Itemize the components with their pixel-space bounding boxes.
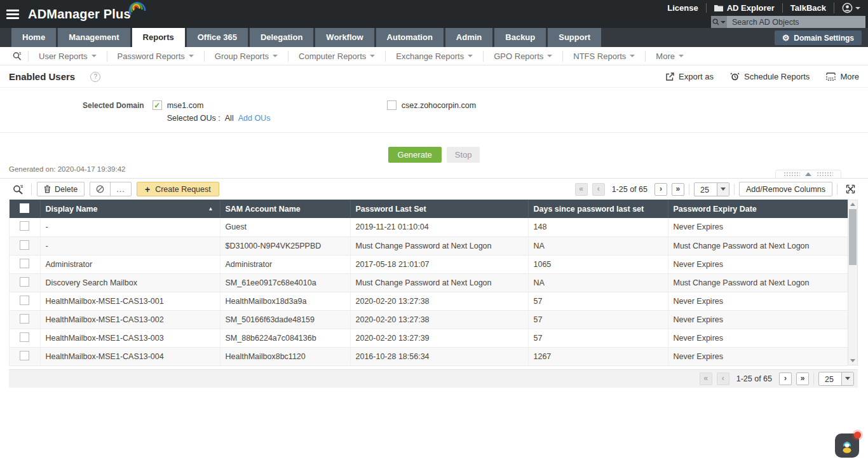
- domain-name-label: mse1.com: [167, 101, 204, 110]
- generate-button[interactable]: Generate: [388, 147, 442, 163]
- column-search-button[interactable]: [9, 184, 26, 194]
- scroll-up-icon[interactable]: [850, 200, 855, 208]
- tab-home[interactable]: Home: [11, 28, 56, 47]
- row-actions-group: ...: [90, 182, 132, 196]
- column-header-inner: Display Name▲: [46, 205, 215, 214]
- table-row: HealthMailbox-MSE1-CAS13-003SM_88b6224a7…: [10, 329, 848, 347]
- tab-admin[interactable]: Admin: [445, 28, 492, 47]
- topbar-link-talkback[interactable]: TalkBack: [782, 3, 834, 13]
- column-header-password-last-set[interactable]: Password Last Set: [350, 200, 528, 218]
- chevron-down-icon: [630, 55, 635, 57]
- support-avatar-icon: [839, 438, 855, 453]
- pager-first-button[interactable]: «: [700, 372, 712, 385]
- row-checkbox[interactable]: [20, 277, 29, 287]
- table-cell: 57: [528, 329, 668, 347]
- column-header-sam-account-name[interactable]: SAM Account Name: [220, 200, 350, 218]
- tab-workflow[interactable]: Workflow: [315, 28, 374, 47]
- more-button[interactable]: More: [826, 72, 859, 81]
- topbar-link-license[interactable]: License: [660, 3, 705, 13]
- domain-settings-button[interactable]: ⚙ Domain Settings: [775, 31, 862, 45]
- tab-office-365[interactable]: Office 365: [187, 28, 248, 47]
- column-header-inner: SAM Account Name: [226, 205, 345, 214]
- column-header-password-expiry-date[interactable]: Password Expiry Date: [668, 200, 848, 218]
- tab-delegation[interactable]: Delegation: [250, 28, 313, 47]
- support-chat-button[interactable]: [835, 433, 859, 458]
- search-input[interactable]: [727, 16, 865, 28]
- chevron-down-icon: [679, 55, 684, 57]
- chevron-down-icon: [841, 372, 853, 385]
- row-checkbox[interactable]: [20, 332, 29, 342]
- stop-button[interactable]: Stop: [447, 147, 480, 163]
- page-size-select[interactable]: 25: [694, 182, 729, 196]
- expand-grid-button[interactable]: [842, 184, 858, 194]
- schedule-reports-button[interactable]: Schedule Reports: [730, 72, 810, 81]
- row-checkbox[interactable]: [20, 296, 29, 305]
- tab-backup[interactable]: Backup: [494, 28, 546, 47]
- column-header-days-since-password-last-set[interactable]: Days since password last set: [528, 200, 668, 218]
- pager-next-button[interactable]: ›: [779, 372, 792, 385]
- subnav-item-ntfs-reports[interactable]: NTFS Reports: [563, 51, 646, 62]
- chevron-down-icon: [370, 55, 375, 57]
- more-grid-icon: [826, 72, 836, 81]
- pager-prev-button[interactable]: ‹: [592, 183, 605, 196]
- subnav-item-password-reports[interactable]: Password Reports: [107, 51, 205, 62]
- column-header-label: SAM Account Name: [226, 205, 301, 214]
- pager-last-button[interactable]: »: [796, 372, 809, 385]
- domain-items: ✓mse1.comSelected OUs :AllAdd OUscsez.zo…: [153, 100, 621, 123]
- scrollbar-thumb[interactable]: [849, 209, 857, 265]
- divider: [31, 184, 32, 195]
- subnav-item-label: GPO Reports: [494, 51, 543, 61]
- pager-last-button[interactable]: »: [672, 183, 684, 196]
- row-checkbox[interactable]: [20, 259, 29, 268]
- pager-first-button[interactable]: «: [575, 183, 588, 196]
- tab-support[interactable]: Support: [548, 28, 601, 47]
- delete-button[interactable]: Delete: [37, 182, 85, 196]
- plus-icon: +: [145, 185, 150, 194]
- search-columns-icon: [13, 184, 24, 194]
- grid-toolbar: Delete ... + Create Request «‹1-25 of 65…: [9, 179, 858, 200]
- row-check-cell: [10, 273, 40, 292]
- tab-management[interactable]: Management: [58, 28, 130, 47]
- domain-checkbox[interactable]: ✓: [153, 100, 162, 110]
- domain-checkbox[interactable]: [387, 100, 397, 110]
- column-header-display-name[interactable]: Display Name▲: [40, 200, 220, 218]
- scroll-down-icon[interactable]: [850, 357, 855, 365]
- report-search-button[interactable]: [6, 51, 29, 62]
- create-request-button[interactable]: + Create Request: [137, 182, 219, 196]
- disable-button[interactable]: [90, 182, 110, 196]
- add-remove-columns-button[interactable]: Add/Remove Columns: [739, 182, 832, 196]
- subnav-item-group-reports[interactable]: Group Reports: [205, 51, 288, 62]
- generated-on-text: Generated on: 2020-04-17 19:39:42: [9, 165, 868, 173]
- subnav-item-exchange-reports[interactable]: Exchange Reports: [386, 51, 484, 62]
- row-checkbox[interactable]: [20, 314, 29, 324]
- help-icon[interactable]: ?: [90, 72, 100, 82]
- subnav-item-computer-reports[interactable]: Computer Reports: [288, 51, 386, 62]
- generate-row: Generate Stop: [0, 147, 868, 163]
- selected-ous-label: Selected OUs :: [167, 114, 220, 123]
- collapse-handle[interactable]: [775, 170, 841, 178]
- export-as-button[interactable]: Export as: [665, 72, 714, 81]
- topbar-link-ad-explorer[interactable]: AD Explorer: [706, 3, 782, 13]
- row-checkbox[interactable]: [20, 351, 29, 360]
- search-scope-button[interactable]: [711, 16, 727, 28]
- tab-automation[interactable]: Automation: [376, 28, 444, 47]
- subnav-item-gpo-reports[interactable]: GPO Reports: [484, 51, 563, 62]
- subnav-item-user-reports[interactable]: User Reports: [29, 51, 107, 62]
- user-menu-button[interactable]: [834, 3, 865, 13]
- pager-prev-button[interactable]: ‹: [717, 372, 729, 385]
- column-header-inner: Password Expiry Date: [674, 205, 843, 214]
- add-ous-link[interactable]: Add OUs: [238, 114, 271, 123]
- page-size-select[interactable]: 25: [818, 372, 854, 386]
- more-actions-button[interactable]: ...: [110, 182, 131, 196]
- row-checkbox[interactable]: [20, 221, 29, 231]
- tab-reports[interactable]: Reports: [132, 28, 185, 47]
- column-header-inner: Password Last Set: [356, 205, 523, 214]
- row-checkbox[interactable]: [20, 240, 29, 250]
- subnav-item-more[interactable]: More: [646, 51, 694, 62]
- selected-ous-line: Selected OUs :AllAdd OUs: [167, 114, 387, 123]
- vertical-scrollbar[interactable]: [848, 200, 858, 365]
- pager-next-button[interactable]: ›: [654, 183, 667, 196]
- select-all-checkbox[interactable]: [20, 203, 29, 213]
- hamburger-menu-icon[interactable]: [6, 10, 19, 19]
- selected-ous-value: All: [225, 114, 234, 123]
